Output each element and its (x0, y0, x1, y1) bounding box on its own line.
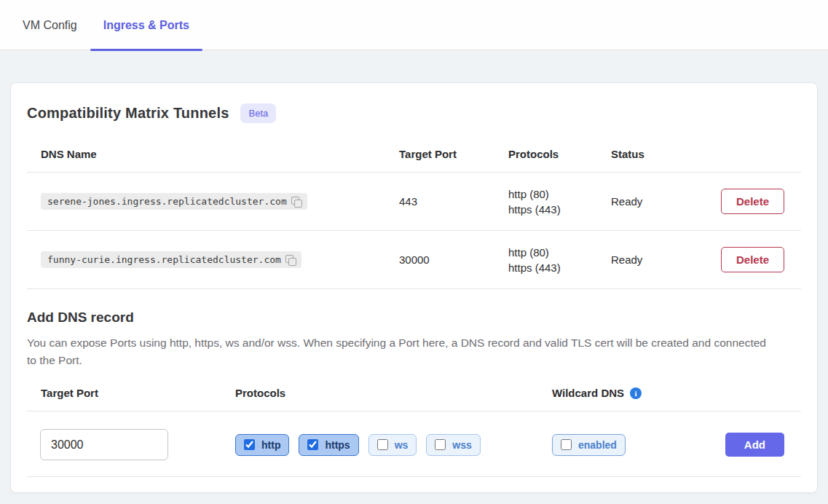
https-checkbox[interactable] (307, 439, 318, 450)
label-target-port: Target Port (27, 387, 235, 399)
protocol-checkbox-ws[interactable]: ws (368, 434, 417, 456)
info-icon[interactable]: i (630, 387, 642, 399)
protocol-checkbox-group: http https ws wss (235, 434, 552, 456)
checkbox-label: wss (452, 439, 471, 451)
table-header-row: DNS Name Target Port Protocols Status (27, 136, 801, 173)
copy-icon[interactable] (291, 197, 301, 207)
header-dns-name: DNS Name (27, 148, 399, 160)
ws-checkbox[interactable] (377, 439, 388, 450)
protocol-checkbox-https[interactable]: https (299, 434, 358, 456)
tab-vm-config[interactable]: VM Config (9, 19, 90, 50)
add-button[interactable]: Add (725, 433, 784, 457)
add-dns-title: Add DNS record (27, 310, 801, 326)
tab-ingress-ports[interactable]: Ingress & Ports (90, 19, 202, 50)
checkbox-label: http (261, 439, 280, 451)
table-row: serene-jones.ingress.replicatedcluster.c… (27, 173, 801, 231)
protocol-line: http (80) (508, 186, 611, 202)
protocol-line: https (443) (508, 260, 611, 275)
wss-checkbox[interactable] (435, 439, 446, 450)
status-value: Ready (611, 195, 712, 208)
dns-name-text: funny-curie.ingress.replicatedcluster.co… (47, 254, 281, 265)
copy-icon[interactable] (285, 255, 296, 265)
header-target-port: Target Port (399, 148, 508, 160)
page-title: Compatibility Matrix Tunnels (27, 105, 229, 122)
checkbox-label: enabled (578, 439, 617, 451)
dns-name-pill: funny-curie.ingress.replicatedcluster.co… (41, 251, 301, 268)
target-port-value: 30000 (399, 253, 508, 266)
checkbox-label: https (325, 439, 350, 451)
tab-bar: VM Config Ingress & Ports (0, 0, 828, 50)
beta-badge: Beta (240, 103, 276, 123)
protocol-checkbox-http[interactable]: http (235, 434, 289, 456)
form-header-row: Target Port Protocols Wildcard DNS i (27, 387, 801, 412)
label-protocols: Protocols (235, 387, 552, 399)
tunnels-card: Compatibility Matrix Tunnels Beta DNS Na… (10, 82, 818, 493)
dns-name-text: serene-jones.ingress.replicatedcluster.c… (47, 196, 287, 207)
card-footer (27, 477, 801, 492)
checkbox-label: ws (395, 439, 409, 451)
add-dns-form-row: http https ws wss enabled (27, 412, 801, 477)
label-wildcard-dns: Wildcard DNS (552, 387, 624, 399)
protocol-line: https (443) (508, 202, 611, 217)
http-checkbox[interactable] (244, 439, 255, 450)
enabled-checkbox[interactable] (561, 439, 572, 450)
delete-button[interactable]: Delete (721, 247, 784, 272)
header-status: Status (611, 148, 712, 160)
protocols-value: http (80) https (443) (508, 245, 611, 275)
protocols-value: http (80) https (443) (508, 186, 611, 217)
tunnels-table: DNS Name Target Port Protocols Status se… (27, 136, 801, 289)
delete-button[interactable]: Delete (721, 189, 784, 214)
card-title-row: Compatibility Matrix Tunnels Beta (27, 103, 801, 123)
header-protocols: Protocols (508, 148, 611, 160)
protocol-checkbox-wss[interactable]: wss (426, 434, 480, 456)
table-row: funny-curie.ingress.replicatedcluster.co… (27, 231, 801, 289)
protocol-line: http (80) (508, 245, 611, 260)
add-dns-description: You can expose Ports using http, https, … (27, 334, 770, 369)
target-port-value: 443 (399, 195, 508, 208)
status-value: Ready (611, 253, 712, 266)
target-port-input[interactable] (40, 429, 168, 460)
dns-name-pill: serene-jones.ingress.replicatedcluster.c… (41, 193, 307, 210)
wildcard-enabled-checkbox[interactable]: enabled (552, 434, 626, 456)
